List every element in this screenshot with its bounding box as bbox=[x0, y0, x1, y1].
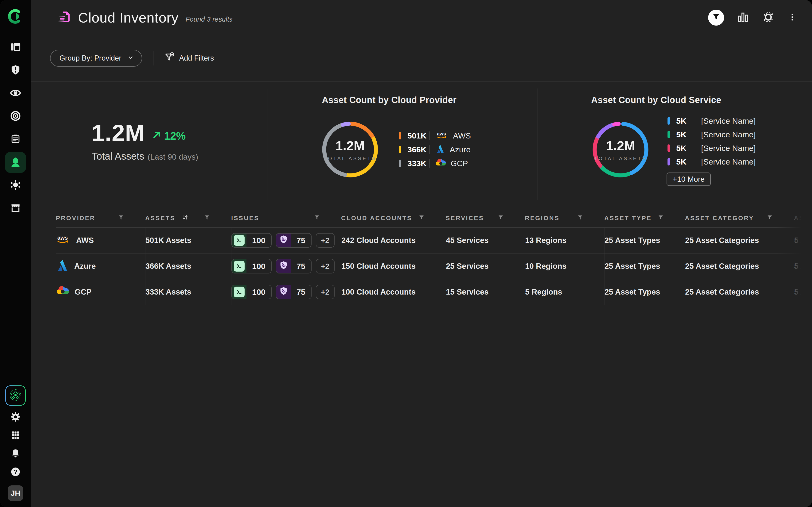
donut-center-value: 1.2M bbox=[336, 138, 365, 153]
table-row-gcp[interactable]: GCP 333K Assets 100 75 +2 100 Cloud Acco… bbox=[56, 279, 812, 305]
services: 25 Services bbox=[446, 262, 489, 271]
table-row-aws[interactable]: aws AWS 501K Assets 100 75 +2 242 Cloud … bbox=[56, 227, 812, 253]
terminal-issues-badge[interactable]: 100 bbox=[232, 285, 271, 299]
sort-icon[interactable] bbox=[182, 214, 189, 223]
column-header-issues[interactable]: ISSUES bbox=[231, 209, 341, 227]
refresh-icon bbox=[762, 10, 775, 25]
sidebar-item-security[interactable] bbox=[5, 60, 26, 81]
column-header-asset-category[interactable]: ASSET CATEGORY bbox=[685, 209, 794, 227]
help-icon: ? bbox=[10, 467, 21, 478]
ai-assistant-button[interactable] bbox=[5, 385, 26, 406]
sidebar: ? JH bbox=[0, 0, 31, 507]
azure-logo-icon bbox=[56, 259, 69, 274]
bullseye-icon bbox=[10, 110, 21, 122]
column-header-truncated[interactable]: AS bbox=[794, 209, 812, 227]
total-assets-value: 1.2M bbox=[92, 119, 145, 147]
legend-item-service[interactable]: 5K [Service Name] bbox=[667, 143, 756, 154]
add-filters-button[interactable]: Add Filters bbox=[164, 52, 214, 64]
group-by-dropdown[interactable]: Group By: Provider bbox=[50, 50, 142, 67]
terminal-issues-badge[interactable]: 100 bbox=[232, 259, 271, 274]
refresh-button[interactable] bbox=[762, 10, 775, 25]
more-issues-badge[interactable]: +2 bbox=[316, 259, 335, 274]
gcp-logo-icon bbox=[56, 286, 69, 298]
filter-funnel-icon[interactable] bbox=[204, 215, 210, 222]
filter-button[interactable] bbox=[708, 10, 724, 25]
legend-item-gcp[interactable]: 333K GCP bbox=[399, 158, 471, 169]
sidebar-item-reports[interactable] bbox=[5, 129, 26, 150]
settings-button[interactable] bbox=[8, 410, 22, 425]
legend-color-marker bbox=[667, 158, 670, 165]
help-button[interactable]: ? bbox=[8, 465, 22, 479]
table-row-azure[interactable]: Azure 366K Assets 100 75 +2 150 Cloud Ac… bbox=[56, 253, 812, 279]
dashboard-panel-icon bbox=[10, 42, 21, 53]
chart-view-button[interactable] bbox=[737, 11, 749, 24]
svg-text:aws: aws bbox=[57, 235, 68, 241]
ai-dots-icon bbox=[8, 388, 22, 403]
sidebar-item-threats[interactable] bbox=[5, 175, 26, 196]
provider-name: Azure bbox=[74, 262, 96, 271]
trend-up-arrow-icon bbox=[152, 129, 162, 142]
filter-funnel-icon[interactable] bbox=[577, 215, 583, 222]
shield-issues-badge[interactable]: 75 bbox=[276, 259, 312, 274]
filter-funnel-icon[interactable] bbox=[419, 215, 424, 222]
column-header-assets[interactable]: ASSETS bbox=[145, 209, 231, 227]
more-options-button[interactable] bbox=[788, 12, 797, 23]
filter-funnel-icon[interactable] bbox=[658, 215, 663, 222]
provider-legend: 501K aws AWS 366K Azure bbox=[399, 130, 471, 169]
sidebar-item-cloud-inventory[interactable] bbox=[5, 152, 26, 173]
azure-logo-icon bbox=[435, 144, 446, 155]
column-header-services[interactable]: SERVICES bbox=[446, 209, 525, 227]
sidebar-item-marketplace[interactable] bbox=[5, 198, 26, 219]
legend-item-aws[interactable]: 501K aws AWS bbox=[399, 130, 471, 141]
cloud-accounts: 242 Cloud Accounts bbox=[341, 236, 416, 245]
column-header-regions[interactable]: REGIONS bbox=[525, 209, 604, 227]
column-header-cloud-accounts[interactable]: CLOUD ACCOUNTS bbox=[341, 209, 446, 227]
more-issues-badge[interactable]: +2 bbox=[316, 285, 335, 299]
sidebar-item-visibility[interactable] bbox=[5, 83, 26, 104]
provider-chart-title: Asset Count by Cloud Provider bbox=[322, 95, 457, 105]
section-divider bbox=[538, 89, 538, 200]
svg-text:aws: aws bbox=[437, 131, 446, 136]
trend-indicator: 12% bbox=[152, 129, 186, 142]
legend-value: 5K bbox=[676, 130, 689, 139]
notifications-button[interactable] bbox=[8, 447, 22, 461]
page-header: Cloud Inventory Found 3 results bbox=[31, 0, 812, 35]
services: 45 Services bbox=[446, 236, 489, 245]
legend-value: 5K bbox=[676, 144, 689, 153]
sidebar-bottom: ? JH bbox=[5, 385, 26, 501]
legend-value: 501K bbox=[407, 131, 427, 140]
terminal-issues-badge[interactable]: 100 bbox=[232, 233, 271, 247]
assets-count: 366K Assets bbox=[145, 262, 191, 271]
section-divider bbox=[268, 89, 268, 200]
column-header-asset-type[interactable]: ASSET TYPE bbox=[604, 209, 685, 227]
filter-toolbar: Group By: Provider Add Filters bbox=[31, 35, 812, 81]
shield-issues-badge[interactable]: 75 bbox=[276, 233, 312, 247]
cloud-inventory-doc-icon bbox=[57, 10, 72, 25]
apps-button[interactable] bbox=[8, 429, 22, 443]
shield-issues-badge[interactable]: 75 bbox=[276, 285, 312, 299]
provider-donut-chart: 1.2M TOTAL ASSETS bbox=[319, 119, 380, 180]
sidebar-item-targets[interactable] bbox=[5, 106, 26, 127]
shield-scan-icon bbox=[279, 286, 288, 298]
more-services-button[interactable]: +10 More bbox=[667, 172, 711, 186]
legend-item-service[interactable]: 5K [Service Name] bbox=[667, 115, 756, 126]
filter-funnel-icon[interactable] bbox=[767, 215, 772, 222]
stat-period: (Last 90 days) bbox=[148, 152, 198, 161]
filter-funnel-icon bbox=[712, 13, 720, 22]
main-area: Cloud Inventory Found 3 results bbox=[31, 0, 812, 507]
service-donut-chart: 1.2M TOTAL ASSETS bbox=[590, 119, 651, 180]
filter-funnel-icon[interactable] bbox=[314, 215, 319, 222]
legend-item-azure[interactable]: 366K Azure bbox=[399, 144, 471, 155]
legend-label: [Service Name] bbox=[701, 116, 756, 125]
cloud-accounts: 100 Cloud Accounts bbox=[341, 288, 416, 296]
column-header-provider[interactable]: PROVIDER bbox=[56, 209, 145, 227]
legend-item-service[interactable]: 5K [Service Name] bbox=[667, 156, 756, 167]
filter-funnel-icon[interactable] bbox=[118, 215, 123, 222]
filter-funnel-icon[interactable] bbox=[498, 215, 503, 222]
sidebar-item-dashboard[interactable] bbox=[5, 37, 26, 58]
legend-item-service[interactable]: 5K [Service Name] bbox=[667, 129, 756, 140]
user-avatar[interactable]: JH bbox=[8, 486, 23, 501]
more-issues-badge[interactable]: +2 bbox=[316, 233, 335, 247]
gear-icon bbox=[10, 411, 21, 423]
clipboard-icon bbox=[10, 134, 21, 145]
